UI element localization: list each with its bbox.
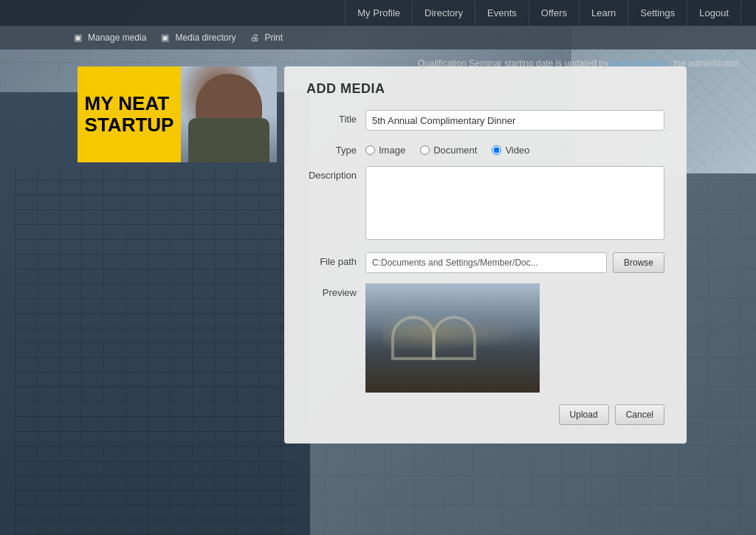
add-media-panel: ADD MEDIA Title Type Image Document Vi [284,66,687,443]
type-control: Image Document Video [365,141,664,156]
person-body [188,118,269,162]
logo-area: MY NEAT STARTUP [78,66,277,162]
panel-title: ADD MEDIA [306,81,664,97]
filepath-control: Browse [365,252,664,273]
print-icon: 🖨 [250,32,261,43]
form-buttons: Upload Cancel [306,404,664,425]
description-label: Description [306,166,365,181]
nav-logout[interactable]: Logout [687,0,741,26]
logo-photo [181,66,277,162]
media-directory-link[interactable]: ▣ Media directory [161,32,236,43]
image-radio-label[interactable]: Image [365,145,405,156]
print-link[interactable]: 🖨 Print [250,32,283,43]
notification-text2: , the administrator. [668,58,741,69]
nav-my-profile[interactable]: My Profile [345,0,413,26]
type-label: Type [306,141,365,156]
upload-button[interactable]: Upload [559,404,609,425]
notification-text: Qualification Seminar starting date is u… [418,58,608,69]
title-input[interactable] [365,110,664,131]
media-directory-icon: ▣ [161,32,171,43]
filepath-label: File path [306,252,365,267]
logo-box: MY NEAT STARTUP [78,66,181,162]
top-nav: My Profile Directory Events Offers Learn… [0,0,756,26]
document-radio[interactable] [420,145,430,155]
nav-offers[interactable]: Offers [529,0,580,26]
description-control [365,166,664,242]
title-row: Title [306,110,664,131]
image-radio[interactable] [365,145,375,155]
description-textarea[interactable] [365,166,664,240]
description-row: Description [306,166,664,242]
nav-directory[interactable]: Directory [413,0,475,26]
arch-2 [432,316,476,360]
manage-media-link[interactable]: ▣ Manage media [74,32,146,43]
preview-crowd [365,283,540,393]
notification-link[interactable]: Lewis Hamilton [608,58,668,69]
manage-media-icon: ▣ [74,32,84,43]
filepath-row: File path Browse [306,252,664,273]
filepath-input[interactable] [365,252,607,273]
nav-learn[interactable]: Learn [580,0,628,26]
cancel-button[interactable]: Cancel [615,404,664,425]
sub-nav: ▣ Manage media ▣ Media directory 🖨 Print… [0,26,756,49]
preview-control [365,283,664,393]
document-radio-label[interactable]: Document [420,145,477,156]
file-path-row: Browse [365,252,664,273]
nav-events[interactable]: Events [475,0,529,26]
nav-settings[interactable]: Settings [628,0,687,26]
browse-button[interactable]: Browse [613,252,664,273]
radio-group: Image Document Video [365,141,664,156]
notification-bar: Qualification Seminar starting date is u… [387,52,756,75]
preview-image [365,283,540,393]
title-control [365,110,664,131]
video-radio[interactable] [492,145,501,155]
preview-label: Preview [306,283,365,298]
logo-text: MY NEAT STARTUP [85,93,174,135]
arch-1 [391,316,436,360]
video-radio-label[interactable]: Video [492,145,529,156]
title-label: Title [306,110,365,125]
preview-row: Preview [306,283,664,393]
type-row: Type Image Document Video [306,141,664,156]
